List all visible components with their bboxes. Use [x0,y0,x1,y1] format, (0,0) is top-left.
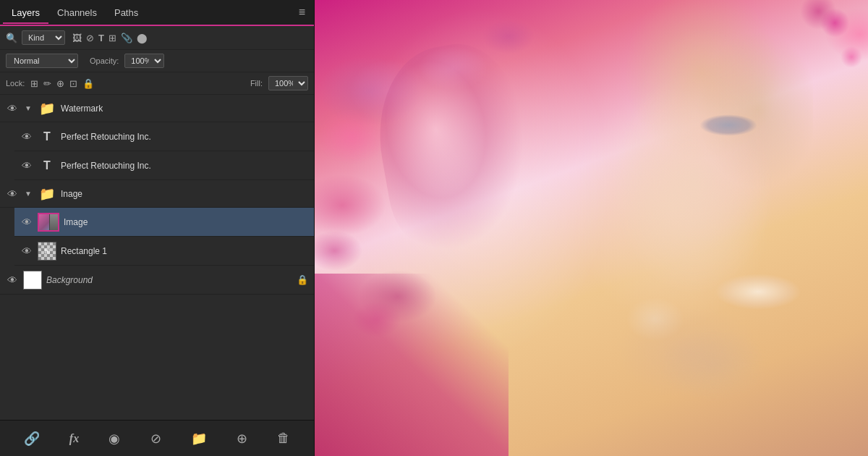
lock-paint-icon[interactable]: ✏ [43,78,51,89]
link-layers-button[interactable]: 🔗 [18,428,46,449]
filter-type-icons: 🖼 ⊘ T ⊞ 📎 ⬤ [72,33,148,43]
visibility-eye-icon[interactable]: 👁 [20,160,33,172]
layers-panel: Layers Channels Paths ≡ 🔍 Kind Name Effe… [0,0,315,456]
layer-image[interactable]: 👁 Image [14,208,314,237]
lock-transparent-icon[interactable]: ⊞ [30,78,38,89]
layer-watermark-group[interactable]: 👁 ▼ 📁 Watermark [0,95,314,122]
layer-name-background: Background [46,275,292,285]
layer-inage-group[interactable]: 👁 ▼ 📁 Inage [0,180,314,208]
create-new-layer-button[interactable]: ⊕ [231,428,253,449]
layer-name-image: Image [64,217,308,227]
shape-filter-icon[interactable]: ⊞ [109,33,116,43]
photo-canvas [315,0,868,456]
tab-paths[interactable]: Paths [106,3,147,24]
layer-rectangle-1[interactable]: 👁 ⊞ Rectangle 1 [14,237,314,266]
lock-move-icon[interactable]: ⊕ [56,78,64,89]
add-mask-button[interactable]: ◉ [103,428,126,449]
layer-name-watermark: Watermark [61,104,308,114]
layer-name-inage: Inage [61,189,308,199]
expand-arrow-icon[interactable]: ▼ [23,190,33,198]
layer-name-text-1: Perfect Retouching Inc. [61,132,308,142]
lock-row: Lock: ⊞ ✏ ⊕ ⊡ 🔒 Fill: 100% 75% 50% 25% [0,72,314,95]
layer-background[interactable]: 👁 Background 🔒 [0,266,314,295]
layer-thumbnail-rectangle: ⊞ [38,242,56,261]
layer-name-text-2: Perfect Retouching Inc. [61,161,308,171]
blend-mode-row: Normal Dissolve Multiply Screen Overlay … [0,50,314,72]
blend-mode-select[interactable]: Normal Dissolve Multiply Screen Overlay [6,54,78,68]
search-icon: 🔍 [6,33,17,43]
visibility-eye-icon[interactable]: 👁 [6,103,19,114]
layer-name-rectangle-1: Rectangle 1 [61,246,308,256]
panel-tabs: Layers Channels Paths ≡ [0,0,314,26]
filter-row: 🔍 Kind Name Effect Mode 🖼 ⊘ T ⊞ 📎 ⬤ [0,26,314,50]
layer-text-1[interactable]: 👁 T Perfect Retouching Inc. [14,122,314,151]
lock-artboard-icon[interactable]: ⊡ [69,78,77,89]
visibility-eye-icon[interactable]: 👁 [20,131,33,143]
visibility-eye-icon[interactable]: 👁 [6,188,19,200]
visibility-eye-icon[interactable]: 👁 [20,245,33,257]
lock-label: Lock: [6,79,25,88]
lock-icons-group: ⊞ ✏ ⊕ ⊡ 🔒 [30,78,94,89]
background-lock-icon: 🔒 [297,274,308,285]
layer-thumbnail-image [38,213,59,232]
bottom-left-dark-flowers [315,274,509,456]
smile-area [715,274,801,310]
group-folder-icon: 📁 [38,185,56,203]
visibility-eye-icon[interactable]: 👁 [20,216,33,228]
panel-menu-icon[interactable]: ≡ [293,3,311,22]
expand-arrow-icon[interactable]: ▼ [23,104,33,112]
bottom-toolbar: 🔗 fx ◉ ⊘ 📁 ⊕ 🗑 [0,420,314,456]
adjustment-filter-icon[interactable]: ⊘ [86,33,94,43]
face-skin-overlay [536,23,841,434]
lock-all-icon[interactable]: 🔒 [82,78,94,89]
visibility-eye-icon[interactable]: 👁 [6,274,19,286]
group-layers-button[interactable]: 📁 [185,428,213,449]
tab-layers[interactable]: Layers [3,3,48,24]
layer-text-2[interactable]: 👁 T Perfect Retouching Inc. [14,151,314,180]
smart-filter-icon[interactable]: 📎 [121,33,132,43]
delete-layer-button[interactable]: 🗑 [271,428,296,449]
group-folder-icon: 📁 [38,99,56,118]
text-type-icon: T [38,127,56,146]
fill-select[interactable]: 100% 75% 50% 25% [268,76,308,90]
type-filter-icon[interactable]: T [98,33,104,43]
pixel-filter-icon[interactable]: 🖼 [72,33,82,43]
text-type-icon: T [38,156,56,175]
opacity-label: Opacity: [90,56,119,65]
kind-filter-select[interactable]: Kind Name Effect Mode [22,30,65,45]
layers-list: 👁 ▼ 📁 Watermark 👁 T Perfect Retouching I… [0,95,314,420]
opacity-select[interactable]: 100% 75% 50% 25% 0% [124,54,164,68]
eye-area [699,114,757,136]
add-adjustment-button[interactable]: ⊘ [145,428,167,449]
tab-channels[interactable]: Channels [48,3,106,24]
add-layer-style-button[interactable]: fx [64,429,85,448]
fill-label: Fill: [250,79,263,88]
layer-thumbnail-background [23,271,42,290]
filter-circle-icon[interactable]: ⬤ [137,33,148,43]
